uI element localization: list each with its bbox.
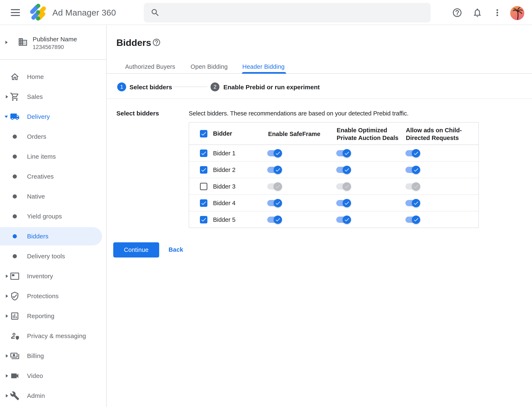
bullet-icon bbox=[13, 134, 17, 139]
building-icon bbox=[18, 37, 28, 47]
chevron-right-icon bbox=[6, 394, 8, 398]
sidebar-item-label: Billing bbox=[27, 352, 44, 360]
search-bar[interactable] bbox=[144, 3, 431, 23]
optimized-deals-toggle[interactable] bbox=[336, 199, 351, 207]
safeframe-toggle[interactable] bbox=[267, 166, 282, 174]
sidebar-item-orders[interactable]: Orders bbox=[0, 127, 107, 147]
row-checkbox[interactable] bbox=[200, 149, 207, 157]
tab-open-bidding[interactable]: Open Bidding bbox=[191, 63, 228, 70]
child-directed-toggle[interactable] bbox=[405, 166, 420, 174]
chevron-right-icon bbox=[5, 41, 8, 44]
sidebar-item-yield-groups[interactable]: Yield groups bbox=[0, 206, 107, 226]
sidebar-item-admin[interactable]: Admin bbox=[0, 386, 107, 406]
sidebar-item-label: Home bbox=[27, 73, 44, 80]
chevron-down-icon bbox=[5, 116, 8, 118]
tab-authorized-buyers[interactable]: Authorized Buyers bbox=[125, 63, 175, 70]
bidder-name: Bidder 1 bbox=[213, 150, 235, 157]
table-row-bidder-1: Bidder 1 bbox=[189, 145, 478, 162]
sidebar-item-bidders[interactable]: Bidders bbox=[0, 226, 107, 246]
sidebar-item-delivery[interactable]: Delivery bbox=[0, 107, 107, 127]
step-2-label: Enable Prebid or run experiment bbox=[223, 84, 320, 91]
optimized-deals-toggle[interactable] bbox=[336, 149, 351, 157]
back-link[interactable]: Back bbox=[169, 246, 183, 253]
search-input[interactable] bbox=[165, 3, 427, 23]
sidebar: Publisher Name 1234567890 HomeSalesDeliv… bbox=[0, 25, 107, 407]
ad-unit-icon bbox=[10, 271, 20, 281]
sidebar-item-label: Admin bbox=[27, 392, 45, 399]
sidebar-item-protections[interactable]: Protections bbox=[0, 286, 107, 306]
step-1-label: Select bidders bbox=[129, 84, 172, 91]
table-row-bidder-5: Bidder 5 bbox=[189, 211, 478, 227]
help-icon[interactable] bbox=[452, 8, 462, 18]
active-tab-underline bbox=[242, 72, 286, 74]
sidebar-item-home[interactable]: Home bbox=[0, 67, 107, 87]
publisher-selector[interactable]: Publisher Name 1234567890 bbox=[0, 25, 106, 60]
optimized-deals-toggle[interactable] bbox=[336, 166, 351, 174]
sidebar-item-inventory[interactable]: Inventory bbox=[0, 266, 107, 286]
sidebar-item-label: Yield groups bbox=[27, 213, 62, 220]
step-1-circle: 1 bbox=[117, 82, 126, 91]
sidebar-item-line-items[interactable]: Line items bbox=[0, 147, 107, 166]
child-directed-toggle[interactable] bbox=[405, 199, 420, 207]
safeframe-toggle[interactable] bbox=[267, 149, 282, 157]
palm-tree-silhouette bbox=[511, 7, 524, 20]
sidebar-item-label: Bidders bbox=[27, 233, 48, 240]
row-checkbox[interactable] bbox=[200, 166, 207, 174]
bidder-name: Bidder 5 bbox=[213, 216, 235, 223]
tab-header-bidding[interactable]: Header Bidding bbox=[242, 63, 284, 70]
child-directed-toggle[interactable] bbox=[405, 182, 420, 191]
continue-button[interactable]: Continue bbox=[113, 242, 159, 258]
notifications-icon[interactable] bbox=[472, 8, 483, 18]
avatar[interactable] bbox=[510, 6, 524, 20]
bidders-table: Bidder Enable SafeFrame Enable Optimized… bbox=[189, 122, 479, 228]
safeframe-toggle[interactable] bbox=[267, 199, 282, 207]
step-2-circle: 2 bbox=[210, 82, 219, 91]
select-all-checkbox[interactable] bbox=[200, 130, 207, 137]
sidebar-item-reporting[interactable]: Reporting bbox=[0, 306, 107, 326]
safeframe-toggle[interactable] bbox=[267, 216, 282, 224]
bidder-name: Bidder 2 bbox=[213, 166, 235, 173]
wrench-icon bbox=[10, 391, 20, 400]
row-checkbox[interactable] bbox=[200, 199, 207, 207]
home-icon bbox=[10, 72, 20, 82]
sidebar-item-label: Inventory bbox=[27, 273, 53, 280]
truck-icon bbox=[10, 112, 20, 121]
billing-icon bbox=[10, 351, 20, 361]
sidebar-item-label: Privacy & messaging bbox=[27, 332, 86, 339]
bullet-icon bbox=[13, 214, 17, 219]
bidder-name: Bidder 4 bbox=[213, 200, 235, 207]
safeframe-toggle[interactable] bbox=[267, 182, 282, 191]
chevron-right-icon bbox=[6, 274, 8, 278]
bullet-icon bbox=[13, 254, 17, 258]
row-checkbox[interactable] bbox=[200, 183, 207, 190]
step-connector bbox=[174, 86, 207, 87]
product-name: Ad Manager 360 bbox=[52, 8, 116, 18]
main-content: Bidders Authorized Buyers Open Bidding H… bbox=[107, 25, 532, 407]
video-icon bbox=[10, 371, 20, 381]
optimized-deals-toggle[interactable] bbox=[336, 182, 351, 191]
sidebar-item-billing[interactable]: Billing bbox=[0, 346, 107, 366]
app-bar: Ad Manager 360 bbox=[0, 0, 532, 25]
sidebar-item-creatives[interactable]: Creatives bbox=[0, 166, 107, 187]
child-directed-toggle[interactable] bbox=[405, 216, 420, 224]
page-title: Bidders bbox=[116, 37, 151, 48]
sidebar-item-sales[interactable]: Sales bbox=[0, 87, 107, 107]
sidebar-item-label: Reporting bbox=[27, 313, 55, 320]
child-directed-toggle[interactable] bbox=[405, 149, 420, 157]
column-header-bidder: Bidder bbox=[213, 130, 232, 137]
bullet-icon bbox=[13, 155, 17, 159]
chevron-right-icon bbox=[6, 95, 8, 98]
hamburger-menu-icon[interactable] bbox=[11, 9, 20, 16]
help-icon[interactable] bbox=[152, 38, 161, 47]
more-vert-icon[interactable] bbox=[492, 8, 502, 18]
optimized-deals-toggle[interactable] bbox=[336, 216, 351, 224]
section-label: Select bidders bbox=[116, 110, 159, 117]
sidebar-item-native[interactable]: Native bbox=[0, 187, 107, 206]
sidebar-item-video[interactable]: Video bbox=[0, 366, 107, 386]
sidebar-item-privacy-messaging[interactable]: Privacy & messaging bbox=[0, 326, 107, 346]
sidebar-item-delivery-tools[interactable]: Delivery tools bbox=[0, 246, 107, 266]
table-row-bidder-4: Bidder 4 bbox=[189, 195, 478, 211]
row-checkbox[interactable] bbox=[200, 216, 207, 223]
chevron-right-icon bbox=[6, 314, 8, 318]
sidebar-item-label: Native bbox=[27, 193, 45, 200]
